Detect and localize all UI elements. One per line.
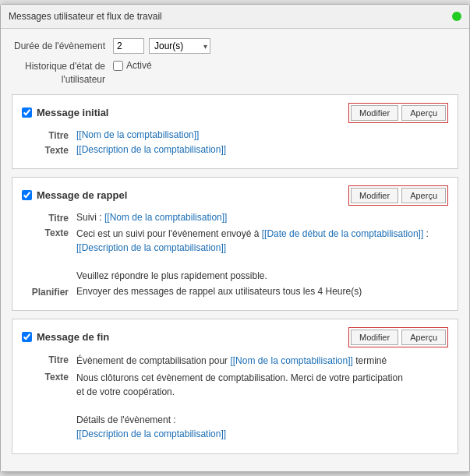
mixed-text-part: [[Nom de la comptabilisation]] [104, 212, 227, 223]
section-card-end: Message de finModifierAperçuTitreÉvèneme… [12, 319, 458, 454]
detail-row-initial-1: Texte[[Description de la comptabilisatio… [22, 144, 448, 156]
text-line-end-1-4: [[Description de la comptabilisation]] [76, 427, 448, 441]
section-title-end: Message de fin [37, 331, 109, 343]
detail-value-initial-1: [[Description de la comptabilisation]] [76, 144, 448, 156]
section-checkbox-reminder[interactable] [22, 190, 32, 200]
preview-button-end[interactable]: Aperçu [401, 330, 446, 345]
modify-button-reminder[interactable]: Modifier [351, 188, 398, 203]
detail-label-end-1: Texte [22, 371, 76, 441]
section-title-row-reminder: Message de rappel [22, 189, 127, 201]
line-text-part: [[Description de la comptabilisation]] [76, 428, 226, 439]
detail-label-initial-1: Texte [22, 144, 76, 156]
detail-label-reminder-2: Planifier [22, 286, 76, 298]
line-text-part: Ceci est un suivi pour l'évènement envoy… [76, 228, 262, 239]
section-card-reminder: Message de rappelModifierAperçuTitreSuiv… [12, 177, 458, 311]
section-header-reminder: Message de rappelModifierAperçu [22, 185, 448, 206]
section-header-initial: Message initialModifierAperçu [22, 103, 448, 123]
text-line-end-1-0: Nous clôturons cet évènement de comptabi… [76, 371, 448, 385]
line-text-part: Évènement de comptabilisation pour [76, 355, 230, 366]
duration-value-group: Jour(s) Heure(s) Minute(s) [113, 38, 210, 54]
detail-value-end-0: Évènement de comptabilisation pour [[Nom… [76, 354, 448, 368]
section-title-row-end: Message de fin [22, 331, 109, 343]
section-buttons-reminder: ModifierAperçu [348, 185, 448, 206]
section-header-end: Message de finModifierAperçu [22, 327, 448, 347]
detail-value-end-1: Nous clôturons cet évènement de comptabi… [76, 371, 448, 441]
detail-label-reminder-0: Titre [22, 212, 76, 224]
text-line-end-0-0: Évènement de comptabilisation pour [[Nom… [76, 354, 448, 368]
detail-row-end-0: TitreÉvènement de comptabilisation pour … [22, 354, 448, 368]
text-line-reminder-1-0: Ceci est un suivi pour l'évènement envoy… [76, 227, 448, 241]
section-checkbox-end[interactable] [22, 332, 32, 342]
text-line-reminder-1-3: Veuillez répondre le plus rapidement pos… [76, 269, 448, 283]
detail-row-initial-0: Titre[[Nom de la comptabilisation]] [22, 129, 448, 141]
detail-value-reminder-2: Envoyer des messages de rappel aux utili… [76, 286, 448, 298]
detail-row-reminder-1: TexteCeci est un suivi pour l'évènement … [22, 227, 448, 283]
section-card-initial: Message initialModifierAperçuTitre[[Nom … [12, 94, 458, 169]
duration-unit-select[interactable]: Jour(s) Heure(s) Minute(s) [149, 38, 210, 54]
sections-container: Message initialModifierAperçuTitre[[Nom … [12, 94, 458, 454]
section-title-initial: Message initial [37, 107, 108, 118]
line-text-part: Détails de l'évènement : [76, 414, 176, 425]
history-row: Historique d'état del'utilisateur Activé [12, 60, 458, 86]
history-label: Historique d'état del'utilisateur [12, 60, 113, 86]
preview-button-reminder[interactable]: Aperçu [401, 188, 446, 203]
detail-value-reminder-0: Suivi : [[Nom de la comptabilisation]] [76, 212, 448, 224]
detail-value-reminder-1: Ceci est un suivi pour l'évènement envoy… [76, 227, 448, 283]
detail-row-reminder-2: PlanifierEnvoyer des messages de rappel … [22, 286, 448, 298]
modify-button-end[interactable]: Modifier [351, 330, 398, 345]
active-label: Activé [126, 60, 152, 71]
line-text-part: Veuillez répondre le plus rapidement pos… [76, 270, 267, 281]
line-text-part: et de votre coopération. [76, 386, 175, 397]
active-checkbox[interactable] [113, 61, 123, 71]
detail-label-initial-0: Titre [22, 129, 76, 141]
line-text-part: : [423, 228, 429, 239]
duration-row: Durée de l'évènement Jour(s) Heure(s) Mi… [12, 38, 458, 54]
duration-input[interactable] [113, 38, 144, 54]
text-line-reminder-1-1: [[Description de la comptabilisation]] [76, 241, 448, 255]
section-buttons-initial: ModifierAperçu [348, 103, 448, 123]
window-title: Messages utilisateur et flux de travail [9, 11, 162, 22]
detail-value-initial-0: [[Nom de la comptabilisation]] [76, 129, 448, 141]
main-window: Messages utilisateur et flux de travail … [0, 4, 470, 472]
text-line-end-1-2 [76, 399, 448, 413]
window-body: Durée de l'évènement Jour(s) Heure(s) Mi… [1, 29, 469, 471]
section-title-reminder: Message de rappel [37, 189, 127, 201]
section-title-row-initial: Message initial [22, 107, 108, 118]
section-buttons-end: ModifierAperçu [348, 327, 448, 347]
duration-label: Durée de l'évènement [12, 41, 113, 51]
preview-button-initial[interactable]: Aperçu [401, 105, 446, 121]
text-line-end-1-1: et de votre coopération. [76, 385, 448, 399]
section-checkbox-initial[interactable] [22, 108, 32, 118]
line-text-part: terminé [353, 355, 387, 366]
detail-row-end-1: TexteNous clôturons cet évènement de com… [22, 371, 448, 441]
history-value-group: Activé [113, 60, 152, 71]
text-line-reminder-1-2 [76, 255, 448, 269]
line-text-part: [[Date de début de la comptabilisation]] [262, 228, 423, 239]
mixed-text-part: Suivi : [76, 212, 104, 223]
detail-label-end-0: Titre [22, 354, 76, 368]
line-text-part: [[Description de la comptabilisation]] [76, 242, 226, 253]
detail-row-reminder-0: TitreSuivi : [[Nom de la comptabilisatio… [22, 212, 448, 224]
duration-unit-wrapper: Jour(s) Heure(s) Minute(s) [149, 38, 210, 54]
line-text-part: Nous clôturons cet évènement de comptabi… [76, 372, 403, 383]
modify-button-initial[interactable]: Modifier [351, 105, 398, 121]
detail-label-reminder-1: Texte [22, 227, 76, 283]
text-line-end-1-3: Détails de l'évènement : [76, 413, 448, 427]
line-text-part: [[Nom de la comptabilisation]] [230, 355, 352, 366]
status-dot [452, 12, 461, 21]
active-checkbox-label[interactable]: Activé [113, 60, 152, 71]
window-header: Messages utilisateur et flux de travail [1, 5, 469, 29]
